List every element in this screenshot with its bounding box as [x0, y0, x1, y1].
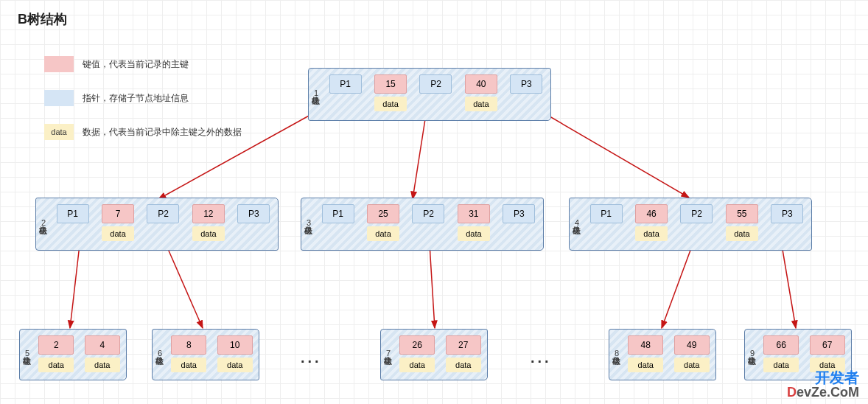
legend-swatch-key	[44, 56, 74, 72]
legend-label-key: 键值，代表当前记录的主键	[83, 58, 189, 71]
data-cell: data	[38, 358, 74, 372]
legend-label-data: 数据，代表当前记录中除主键之外的数据	[83, 126, 242, 139]
data-cell: data	[192, 226, 225, 241]
data-cell: data	[726, 226, 758, 241]
block-label: 磁盘块9	[746, 349, 757, 361]
watermark-line1: 开发者	[787, 370, 859, 386]
pointer-cell: P2	[419, 74, 452, 94]
key-cell: 25	[367, 204, 399, 223]
disk-block-6: 磁盘块6 8data 10data	[152, 329, 259, 380]
block-label: 磁盘块6	[154, 349, 165, 361]
data-cell: data	[674, 358, 710, 372]
watermark: 开发者 DevZe.CoM	[787, 370, 859, 400]
block-label: 磁盘块8	[611, 349, 622, 361]
pointer-cell: P2	[147, 204, 179, 223]
legend-row-ptr: 指针，存储子节点地址信息	[44, 90, 242, 106]
data-cell: data	[635, 226, 668, 241]
block-label: 磁盘块7	[382, 349, 393, 361]
data-cell: data	[465, 97, 497, 111]
ellipsis-icon: ...	[301, 349, 322, 366]
key-cell: 10	[217, 335, 253, 355]
key-cell: 55	[726, 204, 758, 223]
key-cell: 46	[635, 204, 668, 223]
block-label: 磁盘块4	[571, 219, 582, 230]
key-cell: 2	[38, 335, 74, 355]
watermark-line2: DevZe.CoM	[787, 386, 859, 400]
block-label: 磁盘块1	[310, 89, 321, 100]
disk-block-4: 磁盘块4 P1 46data P2 55data P3	[569, 198, 812, 251]
key-cell: 27	[446, 335, 481, 355]
data-cell: data	[85, 358, 120, 372]
block-label: 磁盘块3	[303, 219, 314, 230]
key-cell: 48	[628, 335, 663, 355]
pointer-cell: P3	[510, 74, 542, 94]
diagram-title: B树结构	[18, 10, 67, 28]
data-cell: data	[399, 358, 435, 372]
legend-swatch-data: data	[44, 124, 74, 140]
pointer-cell: P3	[503, 204, 535, 223]
key-cell: 12	[192, 204, 225, 223]
data-cell: data	[367, 226, 399, 241]
key-cell: 31	[458, 204, 490, 223]
data-cell: data	[458, 226, 490, 241]
legend: 键值，代表当前记录的主键 指针，存储子节点地址信息 data 数据，代表当前记录…	[44, 56, 242, 158]
key-cell: 49	[674, 335, 710, 355]
key-cell: 67	[810, 335, 845, 355]
disk-block-3: 磁盘块3 P1 25data P2 31data P3	[301, 198, 544, 251]
data-cell: data	[374, 97, 407, 111]
disk-block-8: 磁盘块8 48data 49data	[609, 329, 716, 380]
key-cell: 7	[102, 204, 134, 223]
block-label: 磁盘块2	[38, 219, 49, 230]
disk-block-1: 磁盘块1 P1 15data P2 40data P3	[308, 68, 551, 121]
pointer-cell: P1	[590, 204, 623, 223]
disk-block-5: 磁盘块5 2data 4data	[19, 329, 127, 380]
key-cell: 4	[85, 335, 120, 355]
key-cell: 26	[399, 335, 435, 355]
pointer-cell: P3	[237, 204, 270, 223]
legend-row-data: data 数据，代表当前记录中除主键之外的数据	[44, 124, 242, 140]
data-cell: data	[628, 358, 663, 372]
pointer-cell: P1	[57, 204, 89, 223]
legend-label-ptr: 指针，存储子节点地址信息	[83, 92, 189, 105]
data-cell: data	[171, 358, 206, 372]
disk-block-7: 磁盘块7 26data 27data	[380, 329, 488, 380]
key-cell: 66	[763, 335, 799, 355]
data-cell: data	[446, 358, 481, 372]
legend-swatch-ptr	[44, 90, 74, 106]
block-label: 磁盘块5	[21, 349, 32, 361]
legend-row-key: 键值，代表当前记录的主键	[44, 56, 242, 72]
key-cell: 40	[465, 74, 497, 94]
pointer-cell: P3	[771, 204, 803, 223]
key-cell: 8	[171, 335, 206, 355]
pointer-cell: P1	[329, 74, 362, 94]
data-cell: data	[217, 358, 253, 372]
data-cell: data	[102, 226, 134, 241]
pointer-cell: P2	[680, 204, 713, 223]
pointer-cell: P2	[412, 204, 444, 223]
key-cell: 15	[374, 74, 407, 94]
ellipsis-icon: ...	[531, 349, 552, 366]
pointer-cell: P1	[322, 204, 354, 223]
disk-block-2: 磁盘块2 P1 7data P2 12data P3	[35, 198, 279, 251]
